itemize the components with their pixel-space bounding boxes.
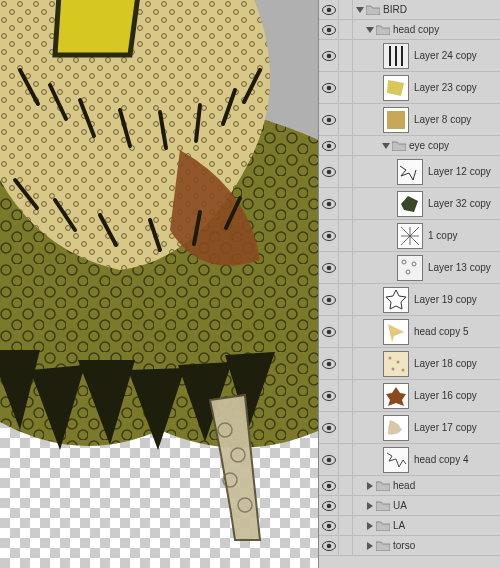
layer-label: Layer 16 copy (414, 390, 500, 401)
layer-label: head copy 4 (414, 454, 500, 465)
svg-point-68 (326, 393, 331, 398)
visibility-toggle[interactable] (319, 136, 339, 155)
visibility-toggle[interactable] (319, 444, 339, 475)
visibility-toggle[interactable] (319, 40, 339, 71)
layer-label: 1 copy (428, 230, 500, 241)
svg-point-35 (326, 143, 331, 148)
folder-icon (366, 4, 380, 15)
layer-thumbnail (383, 319, 409, 345)
visibility-toggle[interactable] (319, 156, 339, 187)
layer-row[interactable]: Layer 17 copy (319, 412, 500, 444)
svg-point-87 (326, 543, 331, 548)
visibility-toggle[interactable] (319, 380, 339, 411)
layer-row[interactable]: Layer 24 copy (319, 40, 500, 72)
document-canvas[interactable] (0, 0, 318, 568)
layer-thumbnail (397, 159, 423, 185)
svg-point-24 (326, 53, 331, 58)
layer-label: Layer 32 copy (428, 198, 500, 209)
svg-point-64 (397, 360, 400, 363)
layer-label: Layer 23 copy (414, 82, 500, 93)
svg-point-66 (402, 368, 405, 371)
layer-folder-la[interactable]: LA (319, 516, 500, 536)
svg-point-18 (326, 7, 331, 12)
layer-folder-eye-copy[interactable]: eye copy (319, 136, 500, 156)
chevron-down-icon[interactable] (365, 26, 375, 34)
layer-thumbnail (397, 255, 423, 281)
layer-folder-head-copy[interactable]: head copy (319, 20, 500, 40)
layer-label: torso (393, 540, 500, 551)
chevron-down-icon[interactable] (381, 142, 391, 150)
folder-icon (376, 540, 390, 551)
svg-point-84 (326, 523, 331, 528)
visibility-toggle[interactable] (319, 284, 339, 315)
layer-thumbnail (383, 447, 409, 473)
svg-marker-85 (367, 522, 373, 530)
layer-folder-bird[interactable]: BIRD (319, 0, 500, 20)
layer-row[interactable]: Layer 32 copy (319, 188, 500, 220)
svg-point-54 (326, 297, 331, 302)
layer-row[interactable]: Layer 19 copy (319, 284, 500, 316)
svg-point-45 (326, 233, 331, 238)
chevron-right-icon[interactable] (365, 482, 375, 490)
layer-label: head copy (393, 24, 500, 35)
svg-marker-36 (382, 143, 390, 149)
chevron-right-icon[interactable] (365, 542, 375, 550)
svg-marker-22 (366, 27, 374, 33)
layer-folder-ua[interactable]: UA (319, 496, 500, 516)
layer-thumbnail (383, 383, 409, 409)
svg-marker-79 (367, 482, 373, 490)
layer-label: Layer 17 copy (414, 422, 500, 433)
svg-point-75 (326, 457, 331, 462)
layer-label: LA (393, 520, 500, 531)
layer-label: Layer 8 copy (414, 114, 500, 125)
svg-point-48 (326, 265, 331, 270)
svg-point-78 (326, 483, 331, 488)
layer-folder-torso[interactable]: torso (319, 536, 500, 556)
visibility-toggle[interactable] (319, 316, 339, 347)
layer-thumbnail (383, 351, 409, 377)
visibility-toggle[interactable] (319, 72, 339, 103)
layer-row[interactable]: Layer 16 copy (319, 380, 500, 412)
svg-rect-62 (384, 352, 408, 376)
visibility-toggle[interactable] (319, 220, 339, 251)
visibility-toggle[interactable] (319, 516, 339, 535)
layer-row[interactable]: Layer 13 copy (319, 252, 500, 284)
folder-icon (376, 480, 390, 491)
layer-row[interactable]: Layer 18 copy (319, 348, 500, 380)
chevron-down-icon[interactable] (355, 6, 365, 14)
svg-marker-6 (55, 0, 140, 55)
visibility-toggle[interactable] (319, 412, 339, 443)
layer-row[interactable]: head copy 4 (319, 444, 500, 476)
visibility-toggle[interactable] (319, 0, 339, 19)
visibility-toggle[interactable] (319, 476, 339, 495)
layer-folder-head[interactable]: head (319, 476, 500, 496)
visibility-toggle[interactable] (319, 104, 339, 135)
visibility-toggle[interactable] (319, 536, 339, 555)
svg-point-31 (326, 117, 331, 122)
layer-label: head (393, 480, 500, 491)
layer-row[interactable]: 1 copy (319, 220, 500, 252)
layer-row[interactable]: head copy 5 (319, 316, 500, 348)
chevron-right-icon[interactable] (365, 502, 375, 510)
layer-label: head copy 5 (414, 326, 500, 337)
folder-icon (376, 24, 390, 35)
layer-row[interactable]: Layer 23 copy (319, 72, 500, 104)
layer-thumbnail (383, 415, 409, 441)
visibility-toggle[interactable] (319, 496, 339, 515)
layer-thumbnail (383, 107, 409, 133)
layer-row[interactable]: Layer 12 copy (319, 156, 500, 188)
layer-thumbnail (383, 75, 409, 101)
visibility-toggle[interactable] (319, 20, 339, 39)
layer-label: Layer 24 copy (414, 50, 500, 61)
visibility-toggle[interactable] (319, 188, 339, 219)
link-column (339, 0, 353, 19)
visibility-toggle[interactable] (319, 252, 339, 283)
layer-label: eye copy (409, 140, 500, 151)
svg-point-21 (326, 27, 331, 32)
layer-row[interactable]: Layer 8 copy (319, 104, 500, 136)
svg-point-72 (326, 425, 331, 430)
layer-thumbnail (383, 287, 409, 313)
svg-point-63 (389, 356, 392, 359)
visibility-toggle[interactable] (319, 348, 339, 379)
chevron-right-icon[interactable] (365, 522, 375, 530)
